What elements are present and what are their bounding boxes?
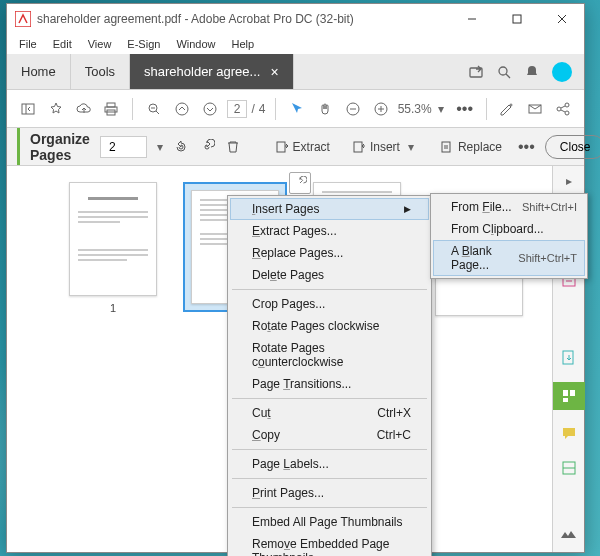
organize-title: Organize Pages bbox=[17, 128, 90, 165]
context-menu-item[interactable]: Insert Pages▶ bbox=[230, 198, 429, 220]
svg-point-26 bbox=[565, 103, 569, 107]
svg-rect-40 bbox=[563, 351, 573, 364]
chevron-down-icon[interactable]: ▾ bbox=[157, 140, 163, 154]
svg-point-16 bbox=[176, 103, 188, 115]
svg-rect-2 bbox=[513, 15, 521, 23]
insert-button[interactable]: Insert▾ bbox=[346, 137, 424, 157]
tab-tools-right bbox=[456, 54, 584, 89]
maximize-button[interactable] bbox=[494, 4, 539, 34]
context-menu-item[interactable]: CopyCtrl+C bbox=[230, 424, 429, 446]
rotate-cw-icon[interactable] bbox=[199, 135, 215, 159]
close-organize-button[interactable]: Close bbox=[545, 135, 600, 159]
zoom-out-icon[interactable] bbox=[143, 97, 165, 121]
page-down-icon[interactable] bbox=[199, 97, 221, 121]
more-icon[interactable]: ••• bbox=[454, 97, 476, 121]
mountain-icon[interactable] bbox=[559, 524, 579, 544]
submenu-item[interactable]: From Clipboard... bbox=[433, 218, 585, 240]
menu-window[interactable]: Window bbox=[168, 36, 223, 52]
minimize-button[interactable] bbox=[449, 4, 494, 34]
sidebar-toggle-icon[interactable] bbox=[17, 97, 39, 121]
page-counter: 2 / 4 bbox=[227, 100, 266, 118]
svg-line-29 bbox=[561, 110, 565, 112]
menu-view[interactable]: View bbox=[80, 36, 120, 52]
share2-icon[interactable] bbox=[552, 97, 574, 121]
pointer-icon[interactable] bbox=[286, 97, 308, 121]
context-menu-item[interactable]: Extract Pages... bbox=[230, 220, 429, 242]
context-menu-item[interactable]: Print Pages... bbox=[230, 482, 429, 504]
menubar: File Edit View E-Sign Window Help bbox=[7, 34, 584, 54]
titlebar: shareholder agreement.pdf - Adobe Acroba… bbox=[7, 4, 584, 34]
star-icon[interactable] bbox=[45, 97, 67, 121]
acrobat-icon bbox=[15, 11, 31, 27]
avatar[interactable] bbox=[552, 62, 572, 82]
page-total: 4 bbox=[259, 102, 266, 116]
context-submenu: From File...Shift+Ctrl+IFrom Clipboard..… bbox=[430, 193, 588, 279]
context-menu-item[interactable]: Page Labels... bbox=[230, 453, 429, 475]
svg-rect-41 bbox=[563, 390, 568, 396]
svg-rect-31 bbox=[354, 142, 362, 152]
annotate-icon[interactable] bbox=[496, 97, 518, 121]
hand-icon[interactable] bbox=[314, 97, 336, 121]
svg-point-25 bbox=[557, 107, 561, 111]
context-menu-item[interactable]: Rotate Pages clockwise bbox=[230, 315, 429, 337]
zoom-in-circle-icon[interactable] bbox=[370, 97, 392, 121]
replace-button[interactable]: Replace bbox=[434, 137, 508, 157]
svg-point-23 bbox=[510, 104, 512, 106]
menu-file[interactable]: File bbox=[11, 36, 45, 52]
context-menu-item[interactable]: CutCtrl+X bbox=[230, 402, 429, 424]
context-menu: Insert Pages▶Extract Pages...Replace Pag… bbox=[227, 195, 432, 556]
svg-rect-43 bbox=[563, 398, 568, 402]
page-current-input[interactable]: 2 bbox=[227, 100, 248, 118]
organize-toolbar: Organize Pages 2 ▾ Extract Insert▾ Repla… bbox=[7, 128, 584, 166]
bell-icon[interactable] bbox=[524, 64, 540, 80]
organize-page-input[interactable]: 2 bbox=[100, 136, 147, 158]
rotate-ccw-icon[interactable] bbox=[173, 135, 189, 159]
submenu-item[interactable]: From File...Shift+Ctrl+I bbox=[433, 196, 585, 218]
organize-pages-icon[interactable] bbox=[553, 382, 585, 410]
svg-line-7 bbox=[506, 74, 510, 78]
context-menu-item[interactable]: Replace Pages... bbox=[230, 242, 429, 264]
svg-rect-30 bbox=[277, 142, 285, 152]
svg-rect-42 bbox=[570, 390, 575, 396]
svg-point-27 bbox=[565, 111, 569, 115]
menu-edit[interactable]: Edit bbox=[45, 36, 80, 52]
export-pdf-icon[interactable] bbox=[559, 348, 579, 368]
svg-point-6 bbox=[499, 67, 507, 75]
tab-home[interactable]: Home bbox=[7, 54, 71, 89]
rotate-handle-icon[interactable] bbox=[289, 172, 311, 194]
context-menu-item[interactable]: Embed All Page Thumbnails bbox=[230, 511, 429, 533]
extract-button[interactable]: Extract bbox=[269, 137, 336, 157]
context-menu-item[interactable]: Crop Pages... bbox=[230, 293, 429, 315]
print-icon[interactable] bbox=[100, 97, 122, 121]
search-icon[interactable] bbox=[496, 64, 512, 80]
window-controls bbox=[449, 4, 584, 34]
context-menu-item[interactable]: Delete Pages bbox=[230, 264, 429, 286]
trash-icon[interactable] bbox=[225, 135, 241, 159]
page-up-icon[interactable] bbox=[171, 97, 193, 121]
zoom-level[interactable]: 55.3%▾ bbox=[398, 102, 448, 116]
svg-line-15 bbox=[156, 111, 159, 114]
more-org-icon[interactable]: ••• bbox=[518, 135, 535, 159]
comment-icon[interactable] bbox=[559, 424, 579, 444]
context-menu-item[interactable]: Remove Embedded Page Thumbnails bbox=[230, 533, 429, 556]
tab-tools[interactable]: Tools bbox=[71, 54, 130, 89]
svg-rect-32 bbox=[442, 142, 450, 152]
share-icon[interactable] bbox=[468, 64, 484, 80]
page-thumb-1[interactable]: 1 bbox=[67, 182, 159, 316]
sidebar-collapse-icon[interactable]: ▸ bbox=[562, 174, 576, 188]
cloud-icon[interactable] bbox=[73, 97, 95, 121]
menu-esign[interactable]: E-Sign bbox=[119, 36, 168, 52]
submenu-item[interactable]: A Blank Page...Shift+Ctrl+T bbox=[433, 240, 585, 276]
zoom-out-circle-icon[interactable] bbox=[342, 97, 364, 121]
svg-rect-10 bbox=[107, 103, 115, 107]
tab-document-active[interactable]: shareholder agree... bbox=[130, 54, 294, 89]
context-menu-item[interactable]: Page Transitions... bbox=[230, 373, 429, 395]
mail-icon[interactable] bbox=[524, 97, 546, 121]
context-menu-item[interactable]: Rotate Pages counterclockwise bbox=[230, 337, 429, 373]
svg-line-28 bbox=[561, 106, 565, 108]
tabbar: Home Tools shareholder agree... bbox=[7, 54, 584, 90]
close-button[interactable] bbox=[539, 4, 584, 34]
menu-help[interactable]: Help bbox=[224, 36, 263, 52]
scan-icon[interactable] bbox=[559, 458, 579, 478]
toolbar: 2 / 4 55.3%▾ ••• bbox=[7, 90, 584, 128]
